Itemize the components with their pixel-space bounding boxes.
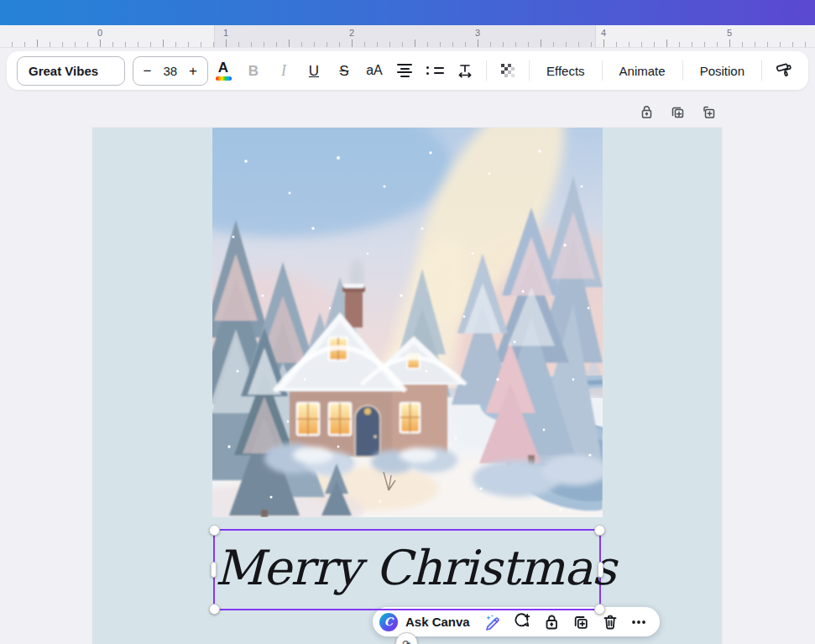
effects-button[interactable]: Effects xyxy=(535,57,596,85)
text-color-button[interactable]: A xyxy=(208,55,238,86)
more-icon xyxy=(630,614,647,631)
paint-roller-icon xyxy=(776,61,794,80)
window-title-bar xyxy=(0,0,815,25)
transparency-button[interactable] xyxy=(493,55,523,86)
animate-button[interactable]: Animate xyxy=(609,57,677,85)
font-name-label: Great Vibes xyxy=(29,64,98,78)
duplicate-icon xyxy=(572,613,590,631)
text-color-letter: A xyxy=(218,60,228,75)
transparency-checker-icon xyxy=(500,63,516,79)
text-spacing-button[interactable] xyxy=(450,55,480,86)
image-context-toolbar: C Ask Canva xyxy=(373,607,660,636)
lock-icon xyxy=(542,613,561,631)
text-toolbar: Great Vibes − 38 + A B I U S aA xyxy=(7,51,808,90)
ask-canva-button[interactable]: Ask Canva xyxy=(405,615,470,629)
divider xyxy=(602,60,603,81)
increase-font-size-button[interactable]: + xyxy=(189,64,197,78)
italic-button[interactable]: I xyxy=(269,55,299,86)
page-actions xyxy=(636,102,718,122)
font-selector[interactable]: Great Vibes xyxy=(17,56,125,86)
position-button[interactable]: Position xyxy=(689,57,755,85)
divider xyxy=(761,60,762,81)
resize-handle-bottom-right[interactable] xyxy=(594,604,605,615)
resize-handle-top-right[interactable] xyxy=(594,525,605,536)
resize-handle-left[interactable] xyxy=(211,562,217,578)
list-button[interactable] xyxy=(420,55,450,86)
duplicate-page-button[interactable] xyxy=(667,102,687,122)
divider xyxy=(682,60,683,81)
design-page[interactable]: C Ask Canva xyxy=(92,128,722,644)
duplicate-icon xyxy=(670,104,686,120)
resize-handle-right[interactable] xyxy=(598,562,603,578)
horizontal-ruler[interactable]: 0 1 2 3 4 5 xyxy=(0,25,815,48)
winter-scene-image[interactable] xyxy=(212,128,603,517)
comment-button[interactable] xyxy=(512,612,531,631)
text-case-button[interactable]: aA xyxy=(359,55,389,86)
canva-logo-icon: C xyxy=(379,613,398,631)
center-align-icon xyxy=(397,64,412,78)
trash-icon xyxy=(601,613,619,631)
ruler-number: 3 xyxy=(475,28,480,38)
add-page-button[interactable] xyxy=(698,102,718,122)
decrease-font-size-button[interactable]: − xyxy=(144,64,152,78)
add-page-icon xyxy=(701,104,717,120)
copy-style-button[interactable] xyxy=(768,55,802,86)
ruler-number: 4 xyxy=(601,28,606,38)
text-element-content[interactable]: Merry Christmas xyxy=(215,540,599,595)
rainbow-color-bar xyxy=(216,76,232,81)
add-comment-icon xyxy=(512,612,531,631)
underline-button[interactable]: U xyxy=(299,55,329,86)
delete-button[interactable] xyxy=(601,613,619,631)
strikethrough-button[interactable]: S xyxy=(329,55,359,86)
divider xyxy=(529,60,530,81)
bullet-list-icon xyxy=(426,67,444,75)
magic-pen-icon xyxy=(483,613,501,631)
letter-spacing-icon xyxy=(457,62,473,79)
winter-scene-artwork xyxy=(212,128,603,517)
ruler-number: 5 xyxy=(727,28,732,38)
divider xyxy=(486,60,487,81)
font-size-stepper: − 38 + xyxy=(133,56,208,86)
bold-button[interactable]: B xyxy=(238,55,269,86)
alignment-button[interactable] xyxy=(389,55,420,86)
ruler-number: 1 xyxy=(223,28,228,38)
more-options-button[interactable] xyxy=(630,614,647,631)
lock-icon xyxy=(639,104,655,120)
lock-element-button[interactable] xyxy=(542,613,561,631)
ruler-ticks xyxy=(0,39,815,47)
duplicate-element-button[interactable] xyxy=(572,613,590,631)
lock-page-button[interactable] xyxy=(636,102,656,122)
resize-handle-bottom-left[interactable] xyxy=(209,604,220,615)
ruler-number: 0 xyxy=(97,28,102,38)
ruler-number: 2 xyxy=(349,28,354,38)
magic-edit-button[interactable] xyxy=(483,613,501,631)
selected-text-element[interactable]: Merry Christmas xyxy=(213,529,601,610)
font-size-value[interactable]: 38 xyxy=(163,64,177,78)
resize-handle-top-left[interactable] xyxy=(209,525,220,536)
